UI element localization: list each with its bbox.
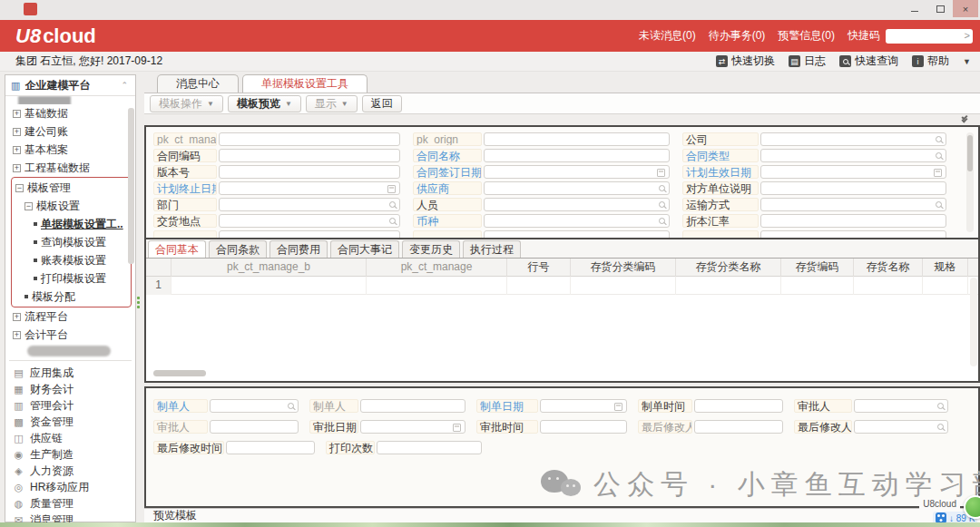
field-input[interactable] [219,214,400,228]
field-input[interactable] [484,181,670,195]
detail-tab-contract-terms[interactable]: 合同条款 [209,240,267,258]
field-input[interactable] [484,230,670,239]
field-input[interactable] [484,149,670,162]
column-header[interactable]: pk_ct_manage [367,259,507,277]
sidebar-item-template-mgmt[interactable]: −模板管理 [12,179,131,197]
sidebar-item-process-platform[interactable]: +流程平台 [5,307,135,326]
detail-tab-change-history[interactable]: 变更历史 [402,240,460,258]
sidebar-item-print-template[interactable]: 打印模板设置 [12,269,131,288]
sidebar-module-hr-mobile[interactable]: ◎HR移动应用 [5,479,135,495]
sidebar-item-accounting-platform[interactable]: +会计平台 [5,326,135,344]
template-ops-button[interactable]: 模板操作▼ [150,95,223,112]
maximize-button[interactable] [927,0,953,17]
sidebar-item-company-ledger[interactable]: +建公司账 [5,122,135,141]
sidebar-item-query-template[interactable]: 查询模板设置 [12,233,131,251]
field-input[interactable] [360,420,466,434]
calendar-icon[interactable] [453,424,461,432]
search-icon[interactable] [288,403,294,409]
field-input[interactable] [219,149,400,162]
search-icon[interactable] [936,201,942,208]
field-input[interactable] [694,399,783,413]
field-input[interactable] [210,420,299,434]
field-input[interactable] [219,165,400,179]
form-scrollbar[interactable] [966,132,974,232]
sidebar-module-quality-mgmt[interactable]: ◍质量管理 [5,495,135,512]
field-input[interactable] [219,198,400,211]
detail-tab-contract-basic[interactable]: 合同基本 [148,240,206,258]
search-icon[interactable] [659,185,665,191]
field-input[interactable] [854,399,948,413]
more-caret-icon[interactable]: ▼ [963,57,971,66]
table-row[interactable]: 1 [146,277,978,295]
sidebar-item-report-template[interactable]: 账表模板设置 [12,251,131,269]
expand-icon[interactable]: + [13,128,21,136]
expand-icon[interactable]: + [13,146,21,154]
field-input[interactable] [760,149,946,162]
collapse-caret-icon[interactable]: ⌃ [121,81,128,90]
search-icon[interactable] [936,152,942,159]
field-input[interactable] [540,399,627,413]
column-header[interactable] [146,259,172,277]
back-button[interactable]: 返回 [362,95,402,112]
close-button[interactable]: × [953,0,978,17]
field-input[interactable] [760,198,946,211]
field-input[interactable] [760,230,946,239]
collapse-icon[interactable]: − [15,184,24,192]
column-header[interactable]: 存货分类名称 [676,259,781,277]
field-input[interactable] [484,132,670,146]
field-input[interactable] [377,441,482,454]
sidebar-item-basic-data[interactable]: +基础数据 [5,104,135,122]
sidebar-header[interactable]: ▥ 企业建模平台 ⌃ [5,75,135,96]
userbar-action-quick-search[interactable]: 快速查询 [839,54,898,69]
search-icon[interactable] [937,403,944,409]
userbar-action-help[interactable]: i帮助 [912,54,949,69]
search-icon[interactable] [659,201,665,208]
sidebar-item-template-setting[interactable]: −模板设置 [12,197,131,215]
userbar-action-quick-switch[interactable]: ⇄快速切换 [716,54,775,69]
sidebar-splitter-handle[interactable] [137,297,140,308]
table-hscrollbar[interactable] [153,370,206,376]
field-input[interactable] [226,441,315,454]
table-vscrollbar[interactable] [970,278,977,366]
search-icon[interactable] [937,424,944,430]
sidebar-item-project-basic-data[interactable]: +工程基础数据 [5,159,135,177]
field-input[interactable] [360,399,466,413]
sidebar-module-financial-accounting[interactable]: ▦财务会计 [5,381,135,397]
sidebar-item-template-assign[interactable]: 模板分配 [12,288,131,306]
search-icon[interactable] [389,218,396,224]
search-icon[interactable] [389,201,396,208]
sidebar-scrollbar[interactable] [128,108,134,264]
calendar-icon[interactable] [614,403,622,411]
shortcut-go-icon[interactable]: > [965,30,970,41]
field-input[interactable] [760,132,946,146]
todo-tasks-link[interactable]: 待办事务(0) [709,28,766,44]
calendar-icon[interactable] [387,185,396,193]
column-header[interactable]: 规格 [923,259,968,277]
userbar-action-log[interactable]: ▤日志 [789,54,826,69]
calendar-icon[interactable] [934,169,942,177]
tab-bill-template-tool[interactable]: 单据模板设置工具 [242,74,368,93]
field-input[interactable] [854,420,948,434]
calendar-icon[interactable] [657,169,665,177]
sidebar-module-supply-chain[interactable]: ◫供应链 [5,430,135,446]
template-preview-button[interactable]: 模板预览▼ [228,95,301,112]
detail-tab-execution-process[interactable]: 执行过程 [463,240,521,258]
field-input[interactable] [484,198,670,211]
tab-message-center[interactable]: 消息中心 [157,74,239,93]
collapse-form-icon[interactable] [962,115,967,121]
sidebar-module-app-integration[interactable]: ▤应用集成 [5,365,135,381]
field-input[interactable] [694,420,783,434]
minimize-button[interactable] [902,0,927,17]
expand-icon[interactable]: + [13,313,21,321]
sidebar-item-bill-template-tool[interactable]: 单据模板设置工.. [12,215,131,233]
field-input[interactable] [219,230,400,239]
display-button[interactable]: 显示▼ [306,95,358,112]
column-header[interactable]: 存货分类编码 [571,259,676,277]
column-header[interactable]: pk_ct_manage_b [172,259,367,277]
field-input[interactable] [219,181,400,195]
sidebar-module-management-accounting[interactable]: ▥管理会计 [5,397,135,414]
field-input[interactable] [760,214,946,228]
unread-messages-link[interactable]: 未读消息(0) [639,28,696,44]
search-icon[interactable] [659,218,665,224]
expand-icon[interactable]: + [13,110,21,118]
